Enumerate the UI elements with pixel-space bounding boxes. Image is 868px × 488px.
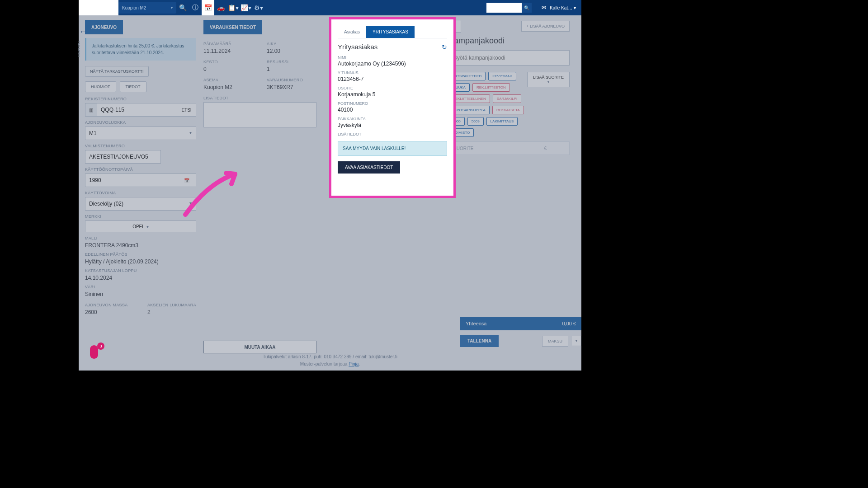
mass-label: AJONEUVON MASSA	[85, 303, 134, 307]
mail-icon[interactable]: ✉	[542, 5, 546, 11]
total-amount: 0,00 €	[562, 321, 576, 326]
user-menu[interactable]: Kalle Kat… ▾	[550, 5, 576, 10]
info-icon[interactable]: ⓘ	[189, 0, 202, 15]
back-label[interactable]: TAKAISIN	[77, 41, 81, 57]
footer: Tukipalvelut arkisin 8-17. puh: 010 3472…	[79, 353, 581, 368]
c-post-value: 40100	[338, 107, 447, 113]
campaign-panel: ‹ + LISÄÄ AJONEUVO Kampanjakoodi KATSPAK…	[448, 20, 570, 353]
mass-value: 2600	[85, 309, 134, 315]
payment-caret[interactable]: ▾	[572, 336, 581, 346]
axle-value: 2	[147, 309, 196, 315]
tiedot-button[interactable]: TIEDOT	[120, 81, 146, 92]
vehicle-tab-header[interactable]: AJONEUVO	[85, 20, 123, 34]
add-suorite-button[interactable]: LISÄÄ SUORITE	[527, 72, 570, 87]
c-address-value: Korjaamokuja 5	[338, 91, 447, 98]
back-arrow[interactable]: ←	[78, 26, 89, 37]
totals-area: Yhteensä 0,00 € TALLENNA MAKSU ▾	[460, 317, 581, 347]
total-bar: Yhteensä 0,00 €	[460, 317, 581, 330]
c-ytunnus-value: 0123456-7	[338, 76, 447, 82]
chip[interactable]: LAKIMITTAUS	[486, 117, 518, 126]
campaign-heading: Kampanjakoodi	[448, 36, 570, 46]
booking-panel: VARAUKSEN TIEDOT PÄIVÄMÄÄRÄ11.11.2024 AI…	[203, 20, 316, 353]
chip[interactable]: REK.LIITTEETÖN	[472, 83, 510, 92]
reg-input[interactable]	[97, 103, 177, 117]
payment-button[interactable]: MAKSU	[542, 336, 568, 347]
class-label: AJONEUVOLUOKKA	[85, 120, 196, 125]
total-label: Yhteensä	[466, 321, 486, 326]
footer-line1: Tukipalvelut arkisin 8-17. puh: 010 3472…	[79, 353, 581, 361]
topbar: Kuopion M2 🔍 ⓘ 📅 🚗 📋▾ 📈▾ ⚙▾ 🔍 ✉ Kalle Ka…	[79, 0, 581, 15]
customer-heading: Yritysasiakas	[338, 43, 377, 51]
calendar-icon[interactable]: 📅	[202, 0, 214, 15]
suorite-label: SUORITE	[453, 146, 473, 151]
logo	[79, 0, 118, 15]
notification-indicator[interactable]: 3	[90, 345, 104, 361]
model-label: MALLI	[85, 236, 196, 240]
footer-line2: Muster-palvelun tarjoaa	[300, 361, 349, 366]
prev-label: EDELLINEN PÄÄTÖS	[85, 252, 196, 257]
change-time-button[interactable]: MUUTA AIKAA	[203, 341, 316, 353]
info-notice: Jälkitarkastuksen hinta 25,00 €. Järkita…	[85, 38, 196, 61]
campaign-input[interactable]	[448, 50, 570, 66]
c-city-value: Jyväskylä	[338, 122, 447, 128]
c-lisa-label: LISÄTIEDOT	[338, 132, 447, 136]
model-value: FRONTERA 2490cm3	[85, 242, 196, 249]
vin-label: VALMISTENUMERO	[85, 144, 196, 148]
c-name-label: NIMI	[338, 55, 447, 60]
katsend-label: KATSASTUSAJAN LOPPU	[85, 268, 196, 273]
prev-value: Hylätty / Ajokielto (20.09.2024)	[85, 258, 196, 265]
tab-asiakas[interactable]: Asiakas	[338, 26, 366, 38]
c-ytunnus-label: Y-TUNNUS	[338, 70, 447, 75]
brand-button[interactable]: OPEL	[85, 221, 196, 232]
chip[interactable]: REKKATSETA	[492, 106, 524, 114]
car-icon[interactable]: 🚗	[214, 0, 227, 15]
etsi-button[interactable]: ETSI	[177, 103, 196, 117]
class-select[interactable]: M1	[85, 127, 196, 140]
vin-input[interactable]	[85, 150, 161, 164]
dur-label: KESTO	[203, 60, 253, 64]
open-customer-button[interactable]: AVAA ASIAKASTIEDOT	[338, 161, 400, 174]
gear-icon[interactable]: ⚙▾	[252, 0, 265, 15]
power-select[interactable]: Dieselöljy (02)	[85, 197, 196, 211]
refresh-icon[interactable]: ↻	[442, 43, 447, 51]
color-label: VÄRI	[85, 285, 196, 289]
booking-tab-header[interactable]: VARAUKSEN TIEDOT	[203, 20, 262, 34]
c-name-value: Autokorjaamo Oy (1234596)	[338, 61, 447, 67]
vehicle-panel: AJONEUVO Jälkitarkastuksen hinta 25,00 €…	[85, 20, 196, 353]
bookno-label: VARAUSNUMERO	[267, 78, 316, 82]
chip[interactable]: SARJAKILPI	[493, 94, 521, 103]
topbar-search-button[interactable]: 🔍	[522, 3, 532, 13]
barcode-icon[interactable]: ▥	[85, 103, 97, 117]
chip[interactable]: KEVYTMAK	[488, 72, 516, 80]
notification-count: 3	[97, 343, 104, 350]
axle-label: AKSELIEN LUKUMÄÄRÄ	[147, 303, 196, 307]
reg-label: REKISTERINUMERO	[85, 97, 196, 101]
clipboard-icon[interactable]: 📋▾	[227, 0, 240, 15]
suorite-row: SUORITE €	[448, 141, 570, 155]
res-label: RESURSSI	[267, 60, 316, 64]
power-label: KÄYTTÖVOIMA	[85, 191, 196, 195]
station-label: ASEMA	[203, 78, 253, 82]
bookno-value: 3KT69XR7	[267, 84, 316, 90]
save-button[interactable]: TALLENNA	[460, 335, 499, 347]
add-vehicle-button[interactable]: + LISÄÄ AJONEUVO	[521, 21, 570, 32]
time-label: AIKA	[267, 42, 316, 46]
topbar-search-input[interactable]	[486, 3, 522, 13]
footer-link[interactable]: Pinja	[349, 361, 359, 366]
chip-container: KATSPAKETTIED KEVYTMAK MUUKA REK.LIITTEE…	[448, 72, 527, 137]
additional-label: LISÄTIEDOT	[203, 96, 316, 100]
tab-yritysasiakas[interactable]: YRITYSASIAKAS	[366, 26, 415, 38]
deploy-input[interactable]	[85, 174, 177, 187]
chip[interactable]: 5009	[467, 117, 484, 126]
calendar-button[interactable]: 📅	[177, 174, 196, 187]
c-post-label: POSTINUMERO	[338, 101, 447, 106]
additional-textarea[interactable]	[203, 102, 316, 127]
huomiot-button[interactable]: HUOMIOT	[85, 81, 116, 92]
c-address-label: OSOITE	[338, 86, 447, 90]
date-value: 11.11.2024	[203, 48, 253, 54]
search-icon[interactable]: 🔍	[176, 0, 189, 15]
show-card-button[interactable]: NÄYTÄ TARKASTUSKORTTI	[85, 66, 149, 77]
location-dropdown[interactable]: Kuopion M2	[118, 2, 176, 14]
color-value: Sininen	[85, 291, 196, 297]
chart-icon[interactable]: 📈▾	[240, 0, 252, 15]
